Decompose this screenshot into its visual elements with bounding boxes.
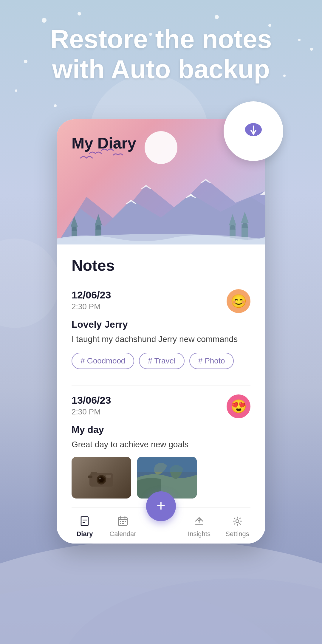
note-body-2: Great day to achieve new goals — [72, 438, 250, 451]
fab-button[interactable]: + — [146, 491, 176, 521]
hero-title: Restore the notes with Auto backup — [0, 24, 322, 84]
note-tags-1: # Goodmood # Travel # Photo — [72, 353, 250, 369]
mood-emoji-1: 😊 — [227, 289, 250, 313]
note-title-1: Lovely Jerry — [72, 319, 250, 330]
tag-photo[interactable]: # Photo — [189, 353, 234, 369]
svg-point-31 — [99, 478, 101, 479]
svg-rect-27 — [88, 476, 92, 478]
mountains-illustration — [57, 161, 265, 244]
svg-rect-45 — [120, 521, 121, 522]
svg-rect-35 — [137, 457, 197, 472]
nav-item-settings[interactable]: Settings — [218, 514, 256, 538]
svg-rect-49 — [122, 523, 124, 524]
note-time-1: 2:30 PM — [72, 302, 111, 311]
note-meta-1: 12/06/23 2:30 PM 😊 — [72, 289, 250, 313]
camera-svg — [86, 467, 116, 488]
nav-item-insights[interactable]: Insights — [180, 514, 218, 538]
svg-rect-46 — [122, 521, 124, 522]
svg-rect-48 — [120, 523, 121, 524]
svg-rect-33 — [91, 472, 97, 475]
note-body-1: I taught my dachshund Jerry new commands — [72, 333, 250, 346]
insights-nav-icon — [192, 514, 206, 528]
svg-rect-47 — [125, 521, 126, 522]
sun-illustration — [145, 131, 177, 164]
calendar-nav-icon — [116, 514, 130, 528]
nav-item-calendar[interactable]: Calendar — [104, 514, 142, 538]
note-date-time-2: 13/06/23 2:30 PM — [72, 394, 111, 417]
diary-nav-icon — [78, 514, 92, 528]
photo-thumb-camera — [72, 457, 131, 499]
hero-title-line2: with Auto backup — [52, 54, 270, 84]
cloud-backup-button[interactable] — [224, 101, 283, 161]
photo-thumb-nature — [137, 457, 197, 499]
svg-rect-32 — [106, 475, 111, 478]
note-time-2: 2:30 PM — [72, 407, 111, 417]
cloud-download-icon — [240, 118, 267, 145]
calendar-nav-label: Calendar — [109, 530, 136, 538]
note-card-1[interactable]: 12/06/23 2:30 PM 😊 Lovely Jerry I taught… — [72, 280, 250, 386]
tag-goodmood[interactable]: # Goodmood — [72, 353, 134, 369]
note-date-time-1: 12/06/23 2:30 PM — [72, 289, 111, 311]
diary-nav-label: Diary — [76, 530, 93, 538]
phone-mockup: My Diary — [57, 119, 265, 544]
mood-emoji-2: 😍 — [227, 394, 250, 418]
tag-travel[interactable]: # Travel — [139, 353, 185, 369]
note-meta-2: 13/06/23 2:30 PM 😍 — [72, 394, 250, 418]
settings-nav-label: Settings — [225, 530, 249, 538]
fab-plus-icon: + — [157, 498, 165, 513]
nature-svg — [137, 457, 197, 499]
insights-nav-label: Insights — [188, 530, 210, 538]
hero-title-line1: Restore the notes — [50, 24, 272, 54]
bg-circle-2 — [0, 239, 60, 328]
note-date-2: 13/06/23 — [72, 394, 111, 406]
nav-item-diary[interactable]: Diary — [66, 514, 104, 538]
hero-section: Restore the notes with Auto backup — [0, 24, 322, 84]
settings-nav-icon — [230, 514, 244, 528]
phone-screen: My Diary — [57, 119, 265, 544]
svg-rect-40 — [80, 516, 82, 526]
svg-point-51 — [236, 520, 239, 523]
note-date-1: 12/06/23 — [72, 289, 111, 301]
note-card-2[interactable]: 13/06/23 2:30 PM 😍 My day Great day to a… — [72, 386, 250, 508]
note-title-2: My day — [72, 424, 250, 435]
notes-section-header: Notes — [72, 244, 250, 280]
diary-title: My Diary — [72, 134, 136, 152]
